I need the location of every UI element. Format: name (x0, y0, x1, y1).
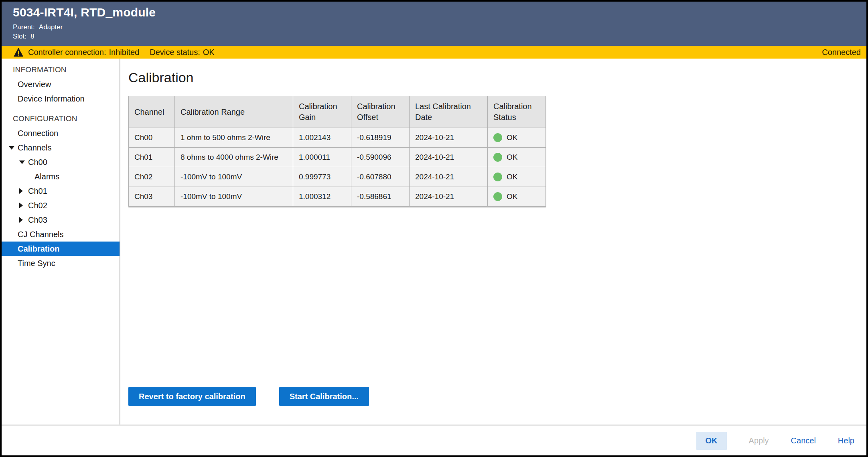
sidebar-item-ch00-alarms[interactable]: Alarms (2, 169, 120, 184)
column-header-calibration-gain: Calibration Gain (293, 96, 351, 128)
cell-status: OK (488, 128, 546, 148)
sidebar-item-ch02[interactable]: Ch02 (2, 198, 120, 213)
controller-connection-value: Inhibited (109, 48, 140, 57)
slot-value: 8 (30, 32, 34, 40)
cell-status: OK (488, 167, 546, 187)
sidebar-item-label: CJ Channels (18, 230, 64, 239)
cell-status: OK (488, 187, 546, 207)
sidebar-item-device-information[interactable]: Device Information (2, 91, 120, 106)
table-row: Ch03 -100mV to 100mV 1.000312 -0.586861 … (129, 187, 546, 207)
sidebar-section-information: INFORMATION (2, 63, 120, 77)
cell-channel: Ch03 (129, 187, 175, 207)
sidebar-section-configuration: CONFIGURATION (2, 112, 120, 126)
cell-range: -100mV to 100mV (175, 187, 293, 207)
cell-date: 2024-10-21 (410, 148, 488, 167)
device-status: Device status:OK (150, 48, 215, 57)
page-title: Calibration (128, 70, 866, 85)
sidebar-item-connection[interactable]: Connection (2, 126, 120, 140)
cell-channel: Ch02 (129, 167, 175, 187)
help-button[interactable]: Help (838, 436, 854, 445)
column-header-calibration-offset: Calibration Offset (351, 96, 410, 128)
cell-date: 2024-10-21 (410, 167, 488, 187)
cell-gain: 0.999773 (293, 167, 351, 187)
chevron-down-icon[interactable] (9, 146, 15, 150)
cell-date: 2024-10-21 (410, 128, 488, 148)
controller-connection-status: Controller connection:Inhibited (28, 48, 139, 57)
cell-channel: Ch01 (129, 148, 175, 167)
table-header-row: Channel Calibration Range Calibration Ga… (129, 96, 546, 128)
cell-range: 1 ohm to 500 ohms 2-Wire (175, 128, 293, 148)
sidebar-item-ch03[interactable]: Ch03 (2, 213, 120, 227)
column-header-channel: Channel (129, 96, 175, 128)
sidebar-item-cj-channels[interactable]: CJ Channels (2, 227, 120, 242)
sidebar-item-overview[interactable]: Overview (2, 77, 120, 91)
cancel-button[interactable]: Cancel (791, 436, 816, 445)
warning-triangle-icon (14, 48, 23, 57)
table-row: Ch01 8 ohms to 4000 ohms 2-Wire 1.000011… (129, 148, 546, 167)
cell-range: -100mV to 100mV (175, 167, 293, 187)
connection-state: Connected (822, 48, 861, 57)
status-ok-dot-icon (493, 173, 502, 181)
cell-gain: 1.002143 (293, 128, 351, 148)
status-badge: OK (507, 153, 517, 162)
status-ok-dot-icon (493, 153, 502, 162)
sidebar-item-label: Device Information (18, 94, 85, 104)
cell-offset: -0.618919 (351, 128, 410, 148)
parent-label: Parent: (13, 23, 35, 31)
status-badge: OK (507, 133, 517, 142)
controller-connection-label: Controller connection: (28, 48, 106, 57)
device-status-value: OK (203, 48, 215, 57)
sidebar-item-channels[interactable]: Channels (2, 140, 120, 155)
calibration-actions: Revert to factory calibration Start Cali… (128, 387, 369, 406)
column-header-last-calibration-date: Last Calibration Date (410, 96, 488, 128)
cell-range: 8 ohms to 4000 ohms 2-Wire (175, 148, 293, 167)
parent-value: Adapter (39, 23, 63, 31)
apply-button[interactable]: Apply (749, 436, 769, 445)
sidebar-item-label: Time Sync (18, 259, 55, 268)
cell-offset: -0.590096 (351, 148, 410, 167)
cell-offset: -0.586861 (351, 187, 410, 207)
status-ok-dot-icon (493, 133, 502, 142)
column-header-calibration-status: Calibration Status (488, 96, 546, 128)
table-row: Ch02 -100mV to 100mV 0.999773 -0.607880 … (129, 167, 546, 187)
sidebar-item-ch00[interactable]: Ch00 (2, 155, 120, 169)
slot-label: Slot: (13, 32, 26, 40)
slot-row: Slot:8 (13, 32, 857, 41)
sidebar-nav: INFORMATION Overview Device Information … (2, 59, 120, 425)
chevron-right-icon[interactable] (19, 217, 26, 223)
table-row: Ch00 1 ohm to 500 ohms 2-Wire 1.002143 -… (129, 128, 546, 148)
sidebar-item-label: Ch01 (28, 187, 47, 196)
sidebar-item-label: Calibration (18, 244, 59, 254)
sidebar-item-label: Ch02 (28, 201, 47, 210)
cell-status: OK (488, 148, 546, 167)
body: INFORMATION Overview Device Information … (2, 59, 866, 425)
chevron-right-icon[interactable] (19, 188, 26, 194)
device-status-label: Device status: (150, 48, 200, 57)
column-header-calibration-range: Calibration Range (175, 96, 293, 128)
sidebar-item-label: Overview (18, 80, 51, 89)
cell-offset: -0.607880 (351, 167, 410, 187)
cell-gain: 1.000312 (293, 187, 351, 207)
module-properties-window: 5034-IRT4I, RTD_module Parent:Adapter Sl… (0, 0, 868, 457)
sidebar-item-label: Alarms (34, 172, 59, 181)
sidebar-item-label: Connection (18, 129, 58, 138)
dialog-footer: OK Apply Cancel Help (2, 425, 866, 455)
titlebar: 5034-IRT4I, RTD_module Parent:Adapter Sl… (2, 2, 866, 46)
calibration-table: Channel Calibration Range Calibration Ga… (128, 96, 546, 207)
cell-date: 2024-10-21 (410, 187, 488, 207)
chevron-down-icon[interactable] (19, 160, 26, 164)
sidebar-item-calibration[interactable]: Calibration (2, 242, 120, 256)
status-badge: OK (507, 192, 517, 201)
sidebar-item-label: Ch00 (28, 158, 47, 167)
sidebar-item-ch01[interactable]: Ch01 (2, 184, 120, 198)
status-badge: OK (507, 173, 517, 181)
chevron-right-icon[interactable] (19, 203, 26, 208)
window-title: 5034-IRT4I, RTD_module (13, 6, 857, 19)
parent-row: Parent:Adapter (13, 22, 857, 32)
ok-button[interactable]: OK (696, 432, 727, 450)
sidebar-item-time-sync[interactable]: Time Sync (2, 256, 120, 270)
main-content: Calibration Channel Calibration Range Ca… (120, 59, 866, 425)
start-calibration-button[interactable]: Start Calibration... (279, 387, 369, 406)
sidebar-item-label: Ch03 (28, 215, 47, 225)
revert-to-factory-calibration-button[interactable]: Revert to factory calibration (128, 387, 256, 406)
